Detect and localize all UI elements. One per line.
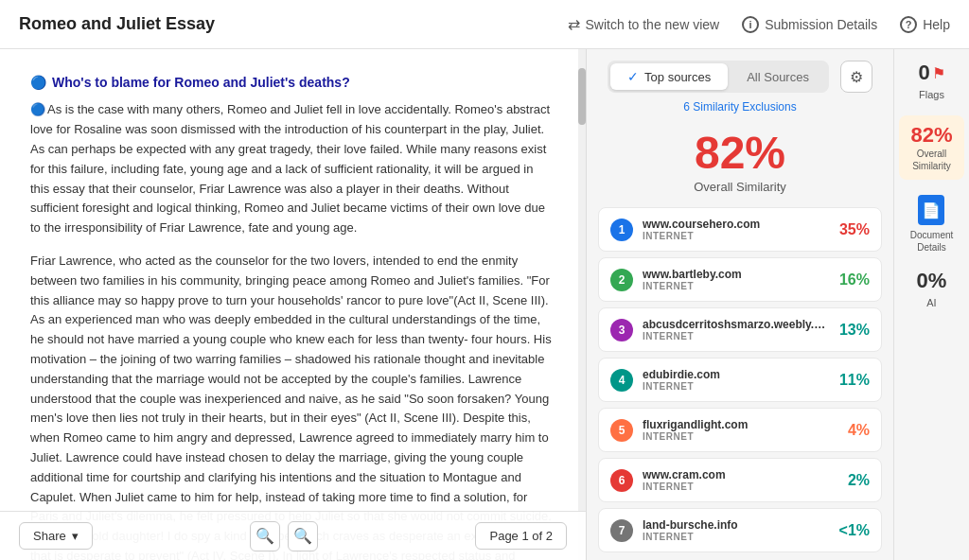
source-item-7[interactable]: 7 land-bursche.info INTERNET <1%	[598, 508, 882, 552]
overall-label: OverallSimilarity	[912, 148, 951, 172]
ai-label: AI	[926, 297, 936, 308]
switch-view-button[interactable]: ⇄ Switch to the new view	[568, 15, 720, 33]
source-url-3: abcusdcerritoshsmarzo.weebly.com	[643, 318, 830, 331]
heading-marker: 🔵	[30, 72, 46, 93]
switch-icon: ⇄	[568, 15, 580, 33]
tab-group: ✓ Top sources All Sources	[608, 61, 829, 93]
all-sources-label: All Sources	[747, 70, 809, 84]
source-item-3[interactable]: 3 abcusdcerritoshsmarzo.weebly.com INTER…	[598, 307, 882, 352]
source-pct-5: 4%	[848, 422, 870, 439]
source-info-3: abcusdcerritoshsmarzo.weebly.com INTERNE…	[643, 318, 830, 341]
source-item-6[interactable]: 6 www.cram.com INTERNET 2%	[598, 458, 882, 502]
similarity-box: 82% Overall Similarity	[587, 121, 893, 207]
document-scroll[interactable]: 🔵 Who's to blame for Romeo and Juliet's …	[0, 49, 586, 560]
heading-text: Who's to blame for Romeo and Juliet's de…	[52, 72, 350, 93]
help-icon: ?	[900, 16, 917, 33]
right-panel: ✓ Top sources All Sources ⚙ 6 Similarity…	[587, 49, 893, 560]
main-area: 🔵 Who's to blame for Romeo and Juliet's …	[0, 49, 969, 560]
source-type-7: INTERNET	[643, 532, 830, 542]
chevron-down-icon: ▾	[72, 529, 79, 543]
ai-badge: 0% AI	[917, 269, 947, 308]
source-pct-7: <1%	[839, 522, 870, 539]
scroll-thumb[interactable]	[578, 68, 586, 125]
source-type-6: INTERNET	[643, 481, 838, 492]
source-type-1: INTERNET	[643, 231, 830, 241]
doc-details-label: DocumentDetails	[910, 229, 954, 254]
top-sources-label: Top sources	[644, 70, 711, 84]
doc-paragraph-1: 🔵As is the case with many others, Romeo …	[30, 100, 555, 238]
source-number-5: 5	[610, 419, 633, 442]
submission-details-button[interactable]: i Submission Details	[742, 16, 877, 33]
exclusions-bar[interactable]: 6 Similarity Exclusions	[587, 93, 893, 121]
switch-view-label: Switch to the new view	[586, 17, 720, 32]
sources-header: ✓ Top sources All Sources ⚙	[587, 49, 893, 93]
source-number-3: 3	[610, 319, 633, 341]
para1-text: As is the case with many others, Romeo a…	[30, 102, 550, 235]
overall-similarity-badge[interactable]: 82% OverallSimilarity	[899, 115, 963, 180]
source-url-2: www.bartleby.com	[643, 268, 830, 281]
document-panel: 🔵 Who's to blame for Romeo and Juliet's …	[0, 49, 587, 560]
scroll-bar	[578, 49, 586, 560]
ai-value: 0%	[917, 269, 947, 293]
check-icon: ✓	[627, 69, 639, 84]
source-item-1[interactable]: 1 www.coursehero.com INTERNET 35%	[598, 207, 882, 252]
source-pct-1: 35%	[839, 221, 870, 238]
source-type-5: INTERNET	[643, 431, 838, 442]
source-item-4[interactable]: 4 edubirdie.com INTERNET 11%	[598, 358, 882, 402]
source-info-4: edubirdie.com INTERNET	[643, 368, 830, 392]
zoom-in-button[interactable]: 🔍	[288, 521, 318, 551]
page-indicator: Page 1 of 2	[475, 522, 567, 550]
source-type-2: INTERNET	[643, 281, 830, 291]
zoom-out-button[interactable]: 🔍	[250, 521, 280, 551]
flag-icon: ⚑	[932, 64, 945, 82]
flags-badge: 0 ⚑ Flags	[918, 61, 944, 100]
source-number-4: 4	[610, 369, 633, 392]
flags-label: Flags	[919, 89, 944, 100]
source-number-1: 1	[610, 219, 633, 241]
source-pct-6: 2%	[848, 472, 870, 489]
document-text: 🔵 Who's to blame for Romeo and Juliet's …	[30, 72, 555, 560]
source-url-6: www.cram.com	[643, 468, 838, 481]
app-header: Romeo and Juliet Essay ⇄ Switch to the n…	[0, 0, 969, 49]
document-toolbar: Share ▾ 🔍 🔍 Page 1 of 2	[0, 511, 586, 560]
source-pct-3: 13%	[839, 322, 870, 339]
settings-button[interactable]: ⚙	[840, 61, 872, 93]
para1-marker: 🔵	[30, 102, 45, 116]
sources-list[interactable]: 1 www.coursehero.com INTERNET 35% 2 www.…	[587, 207, 893, 560]
source-item-2[interactable]: 2 www.bartleby.com INTERNET 16%	[598, 257, 882, 302]
source-url-5: fluxrigandlight.com	[643, 418, 838, 431]
tab-all-sources[interactable]: All Sources	[730, 63, 826, 90]
source-info-5: fluxrigandlight.com INTERNET	[643, 418, 838, 442]
overall-value: 82%	[910, 123, 952, 148]
info-icon: i	[742, 16, 759, 33]
help-button[interactable]: ? Help	[900, 16, 950, 33]
gear-icon: ⚙	[850, 68, 863, 86]
source-url-1: www.coursehero.com	[643, 218, 830, 231]
page-title: Romeo and Juliet Essay	[19, 14, 215, 34]
source-info-2: www.bartleby.com INTERNET	[643, 268, 830, 291]
source-info-7: land-bursche.info INTERNET	[643, 518, 830, 542]
tab-top-sources[interactable]: ✓ Top sources	[610, 63, 728, 90]
flags-value: 0	[918, 61, 929, 85]
side-badges: 0 ⚑ Flags 82% OverallSimilarity 📄 Docume…	[893, 49, 969, 560]
exclusions-label: 6 Similarity Exclusions	[683, 100, 796, 114]
doc-heading: 🔵 Who's to blame for Romeo and Juliet's …	[30, 72, 555, 93]
similarity-percent: 82%	[587, 131, 893, 176]
share-button[interactable]: Share ▾	[19, 522, 93, 550]
help-label: Help	[923, 17, 950, 32]
similarity-label: Overall Similarity	[587, 180, 893, 194]
document-details-badge[interactable]: 📄 DocumentDetails	[910, 195, 954, 254]
source-number-7: 7	[610, 519, 633, 542]
source-number-6: 6	[610, 469, 633, 492]
source-info-6: www.cram.com INTERNET	[643, 468, 838, 492]
source-url-7: land-bursche.info	[643, 518, 830, 532]
zoom-controls: 🔍 🔍	[250, 521, 318, 551]
source-type-4: INTERNET	[643, 381, 830, 392]
source-info-1: www.coursehero.com INTERNET	[643, 218, 830, 241]
source-type-3: INTERNET	[643, 331, 830, 341]
share-label: Share	[33, 529, 66, 543]
source-url-4: edubirdie.com	[643, 368, 830, 381]
doc-file-icon: 📄	[922, 201, 941, 219]
source-number-2: 2	[610, 269, 633, 291]
source-item-5[interactable]: 5 fluxrigandlight.com INTERNET 4%	[598, 408, 882, 452]
